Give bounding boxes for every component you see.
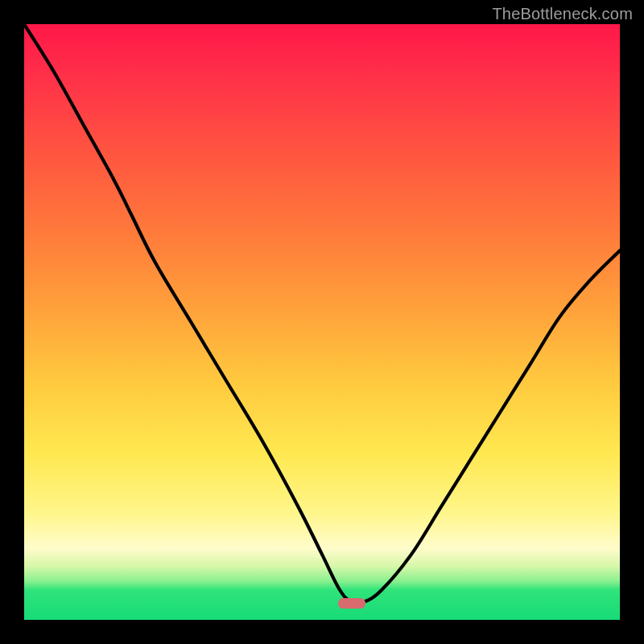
- plot-area: [24, 24, 620, 620]
- chart-frame: TheBottleneck.com: [0, 0, 644, 644]
- bottleneck-curve: [24, 24, 620, 620]
- optimum-marker: [338, 598, 365, 609]
- watermark-text: TheBottleneck.com: [492, 5, 633, 23]
